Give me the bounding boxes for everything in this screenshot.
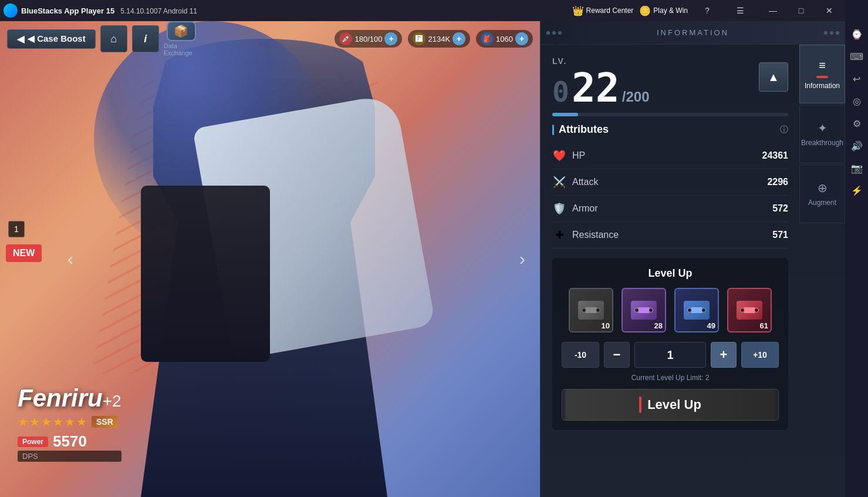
hp-label: HP [572, 150, 762, 161]
tape-hole-right [596, 308, 600, 313]
hp-value: 24361 [762, 150, 789, 161]
minus10-btn[interactable]: -10 [562, 342, 599, 368]
settings-btn[interactable]: ☰ [727, 0, 754, 21]
help-btn[interactable]: ? [694, 0, 721, 21]
currency1-plus-btn[interactable]: + [452, 32, 465, 45]
star-4: ★ [53, 415, 63, 429]
tape-hole-right [754, 308, 759, 313]
currency2-icon: 🎒 [481, 32, 494, 45]
new-badge: NEW [6, 244, 42, 262]
levelup-item-1[interactable]: 28 [620, 288, 667, 333]
levelup-btn-accent [639, 397, 641, 413]
next-char-btn[interactable]: › [511, 241, 534, 277]
window-controls: — □ ✕ [759, 0, 845, 21]
currency2-value: 1060 [496, 35, 513, 43]
levelup-item-3[interactable]: 61 [726, 288, 773, 333]
lv-progress-fill [552, 113, 578, 116]
tape-hole-left [687, 308, 692, 313]
tape-purple [631, 301, 657, 320]
case-boost-btn[interactable]: ◀ ◀ Case Boost [7, 29, 96, 49]
stamina-plus-btn[interactable]: + [384, 32, 397, 45]
tab-active-bar [816, 76, 828, 78]
quantity-controls: -10 − 1 + +10 [562, 342, 779, 368]
back-arrow-icon: ◀ [17, 33, 24, 45]
resistance-icon: ✚ [552, 228, 566, 242]
star-1: ★ [18, 415, 28, 429]
tab-breakthrough[interactable]: ✦ Breakthrough [799, 105, 845, 163]
game-area: ◀ ◀ Case Boost ⌂ i 📦 Data Exchange 💉 180… [0, 21, 845, 497]
armor-value: 572 [772, 203, 788, 214]
toolbar-btn-1[interactable]: ⌚ [846, 23, 867, 45]
star-3: ★ [41, 415, 52, 429]
toolbar-btn-8[interactable]: ⚡ [846, 180, 867, 201]
close-btn[interactable]: ✕ [816, 0, 843, 21]
plus-btn[interactable]: + [711, 342, 737, 368]
attributes-header: Attributes ⓘ [552, 123, 788, 136]
augment-icon: ⊕ [818, 181, 828, 195]
up-arrow-icon: ▲ [768, 70, 779, 84]
maximize-btn[interactable]: □ [788, 0, 815, 21]
prev-char-btn[interactable]: ‹ [59, 241, 82, 277]
tape-window [744, 307, 755, 313]
data-exchange-label: Data Exchange [164, 42, 199, 56]
currency1-item: 🅿 2134K + [408, 30, 470, 48]
plus10-btn[interactable]: +10 [741, 342, 779, 368]
tape-window [585, 307, 597, 313]
toolbar-btn-6[interactable]: 🔊 [846, 135, 867, 156]
attributes-info-icon[interactable]: ⓘ [780, 125, 788, 135]
tape-blue [684, 301, 710, 320]
lv-value: 0 22 /200 [552, 68, 788, 108]
currency1-icon: 🅿 [413, 32, 425, 45]
reward-center-btn[interactable]: 👑 Reward Center [572, 5, 634, 16]
toolbar-btn-4[interactable]: ◎ [846, 90, 867, 112]
level-limit-text: Current Level Up Limit: 2 [562, 374, 779, 382]
toolbar-btn-2[interactable]: ⌨ [846, 46, 867, 67]
tab-augment[interactable]: ⊕ Augment [799, 164, 845, 223]
toolbar-btn-3[interactable]: ↩ [846, 68, 867, 89]
armor-icon: 🛡️ [552, 202, 566, 216]
data-exchange-icon: 📦 [167, 21, 196, 41]
resource-bar: 💉 180/100 + 🅿 2134K + 🎒 1060 + [335, 30, 533, 48]
header-dots-left [546, 31, 562, 35]
armor-label: Armor [572, 203, 772, 214]
bluestacks-logo [4, 4, 18, 18]
home-btn[interactable]: ⌂ [100, 25, 127, 52]
info-header-title: INFORMATION [657, 28, 729, 37]
titlebar-text: BlueStacks App Player 15 5.14.10.1007 An… [21, 6, 572, 15]
tape-red [737, 301, 762, 320]
attack-label: Attack [572, 177, 767, 187]
resistance-label: Resistance [572, 230, 772, 240]
toolbar-btn-7[interactable]: 📷 [846, 157, 867, 179]
toolbar-btn-5[interactable]: ⚙ [846, 113, 867, 134]
info-panel: INFORMATION ≡ Information ✦ Breakthrough… [540, 21, 845, 497]
data-exchange-btn[interactable]: 📦 Data Exchange [164, 21, 199, 56]
home-icon: ⌂ [110, 33, 117, 45]
levelup-item-0[interactable]: 10 [568, 288, 614, 333]
levelup-item-box-3: 61 [727, 288, 772, 333]
levelup-item-box-2: 49 [674, 288, 719, 333]
minus-btn[interactable]: − [604, 342, 630, 368]
levelup-main-btn[interactable]: Level Up [562, 389, 779, 421]
attr-accent-bar [552, 125, 554, 135]
stamina-icon: 💉 [339, 32, 352, 45]
reward-center-label: Reward Center [586, 6, 634, 15]
lv-max: /200 [622, 89, 650, 105]
tab-information-label: Information [805, 82, 840, 90]
information-icon: ≡ [819, 59, 826, 72]
levelup-item-2[interactable]: 49 [673, 288, 720, 333]
tape-hole-right [701, 308, 706, 313]
minimize-btn[interactable]: — [759, 0, 786, 21]
left-arrow-icon: ‹ [67, 249, 73, 269]
currency2-plus-btn[interactable]: + [515, 32, 528, 45]
stamina-value: 180/100 [354, 35, 382, 43]
quantity-value: 1 [634, 342, 706, 368]
currency1-value: 2134K [428, 35, 450, 43]
tape-hole-right [649, 308, 653, 313]
tab-information[interactable]: ≡ Information [799, 45, 845, 103]
lv-up-small-btn[interactable]: ▲ [759, 62, 788, 92]
tape-hole-left [582, 308, 586, 313]
info-btn[interactable]: i [132, 25, 159, 52]
breakthrough-icon: ✦ [818, 121, 828, 135]
star-6: ★ [76, 415, 87, 429]
play-win-btn[interactable]: 🪙 Play & Win [639, 5, 688, 16]
